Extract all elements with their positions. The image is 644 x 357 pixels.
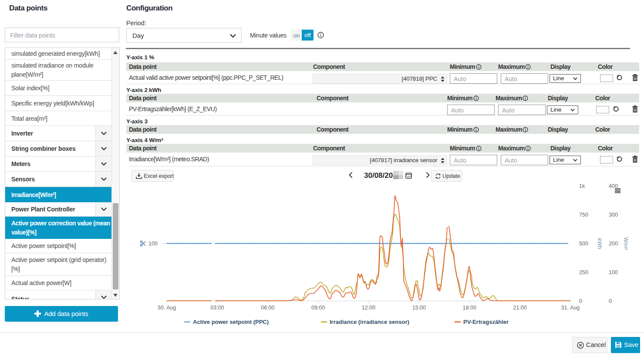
svg-text:30. Aug: 30. Aug (158, 305, 176, 311)
svg-text:15:00: 15:00 (412, 305, 426, 311)
svg-text:Active power setpoint (PPC): Active power setpoint (PPC) (193, 319, 269, 325)
svg-text:500: 500 (579, 241, 588, 247)
svg-text:12:00: 12:00 (362, 305, 375, 311)
svg-text:1k: 1k (579, 183, 585, 189)
svg-text:750: 750 (579, 212, 588, 218)
svg-text:0: 0 (609, 298, 612, 304)
svg-text:31. Aug: 31. Aug (561, 305, 580, 311)
svg-text:06:00: 06:00 (261, 305, 274, 311)
svg-text:250: 250 (579, 269, 588, 275)
svg-text:kWh: kWh (597, 238, 603, 249)
svg-text:100: 100 (148, 241, 158, 247)
svg-text:200: 200 (609, 241, 618, 247)
svg-text:Irradiance (irradiance sensor): Irradiance (irradiance sensor) (330, 319, 409, 325)
svg-text:18:00: 18:00 (463, 305, 476, 311)
svg-text:W/m²: W/m² (623, 237, 629, 250)
svg-text:0: 0 (579, 298, 582, 304)
svg-text:PV-Ertragszähler: PV-Ertragszähler (463, 319, 509, 325)
svg-text:09:00: 09:00 (311, 305, 325, 311)
svg-text:03:00: 03:00 (210, 305, 224, 311)
svg-text:100: 100 (609, 269, 618, 275)
svg-text:400: 400 (609, 183, 618, 189)
svg-text:300: 300 (609, 212, 618, 218)
svg-text:21:00: 21:00 (513, 305, 526, 311)
